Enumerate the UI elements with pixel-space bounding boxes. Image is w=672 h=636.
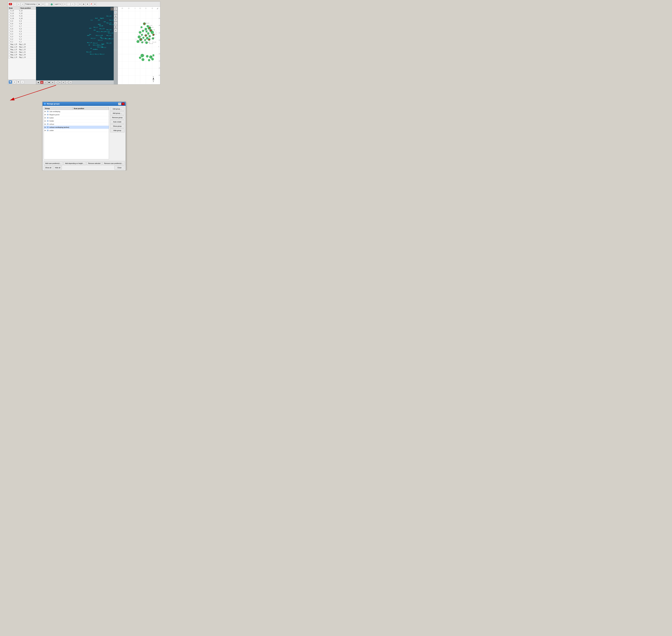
scan-row[interactable]: Bgg_1_23 Bgg_1_23 [8, 46, 36, 48]
panel-btn-chat[interactable]: 💬 [8, 80, 12, 84]
add-depending-height-button[interactable]: Add depending on height ... [63, 161, 86, 165]
scan-row[interactable]: V_5 V_5 [8, 30, 36, 33]
scan-row[interactable]: V_3 V_3 [8, 35, 36, 38]
scan-row[interactable]: V_2 V_2 [8, 38, 36, 41]
hide-group-button[interactable]: Hide group [110, 128, 124, 132]
toolbar-btn-pin[interactable]: 📌 [90, 3, 93, 6]
hide-all-button[interactable]: Hide all [54, 166, 62, 170]
scan-checkbox[interactable] [8, 57, 10, 58]
scan-checkbox[interactable] [8, 25, 10, 27]
scan-row[interactable]: V_9 V_9 [8, 20, 36, 22]
vb-btn-wave[interactable]: ≈ [55, 81, 58, 84]
toolbar-btn-new[interactable]: □ [13, 3, 17, 6]
panel-btn-settings[interactable]: ⚙ [17, 80, 20, 84]
group-row[interactable]: ▶ schuur verdieping (active) [44, 126, 109, 129]
vb-btn-square[interactable]: ■ [40, 81, 43, 84]
close-dialog-button[interactable]: Close [114, 166, 124, 170]
vs-btn-list[interactable]: ≡ [114, 7, 117, 11]
scan-checkbox[interactable] [8, 38, 10, 40]
scan-row[interactable]: V_13 V_13 [8, 9, 36, 12]
scan-row[interactable]: Bgg_1_21 Bgg_1_21 [8, 51, 36, 54]
scan-checkbox[interactable] [8, 20, 10, 22]
remove-scan-position-button[interactable]: Remove scan position(s) ... [102, 161, 125, 165]
vb-btn-circle[interactable]: ⊙ [58, 81, 61, 84]
dialog-help-button[interactable]: ? [118, 103, 121, 105]
group-visibility-icon[interactable] [46, 120, 49, 122]
toolbar-btn-back[interactable]: ◁ [21, 3, 24, 6]
remove-selected-button[interactable]: Remove selected [87, 161, 102, 165]
vb-btn-polygon[interactable]: ⬟ [47, 81, 51, 84]
group-visibility-icon[interactable] [46, 110, 49, 113]
group-visibility-icon[interactable] [46, 114, 49, 116]
scan-row[interactable]: V_4 V_4 [8, 33, 36, 35]
toolbar-btn-open[interactable]: ▭ [17, 3, 20, 6]
scan-row[interactable]: Bgg_1_19 Bgg_1_19 [8, 56, 36, 59]
group-expand-icon[interactable]: ▶ [44, 123, 46, 125]
scan-checkbox[interactable] [8, 49, 10, 51]
scan-checkbox[interactable] [8, 41, 10, 43]
toolbar-btn-globe[interactable]: ⬤ [50, 3, 53, 6]
viewport-btn-expand[interactable]: ⤢ [111, 7, 114, 11]
vs-btn-edit[interactable]: ✏ [114, 29, 117, 32]
group-visibility-icon[interactable] [46, 117, 49, 119]
group-row[interactable]: ▶ schuur [44, 122, 109, 126]
scan-row[interactable]: V_6 V_6 [8, 27, 36, 30]
toolbar-btn-play[interactable]: ▶ [38, 3, 41, 6]
scan-checkbox[interactable] [8, 36, 10, 38]
vs-btn-zoom-in[interactable]: ⊕ [114, 15, 117, 18]
group-row[interactable]: ▶ zolder [44, 129, 109, 132]
show-group-button[interactable]: Show group [110, 124, 124, 128]
scan-row[interactable]: Bgg_1_25 Bgg_1_25 [8, 43, 36, 46]
group-expand-icon[interactable]: ▶ [44, 120, 46, 122]
scan-row[interactable]: V_12 V_12 [8, 12, 36, 15]
scan-row[interactable]: V_7 V_7 [8, 25, 36, 27]
toolbar-btn-rect2[interactable]: ▤ [82, 3, 85, 6]
scan-checkbox[interactable] [8, 46, 10, 48]
add-scan-position-button[interactable]: Add scan position(s) ... [44, 161, 63, 165]
remove-group-button[interactable]: Remove group [110, 116, 124, 119]
scan-row[interactable]: V_11 V_11 [8, 15, 36, 17]
map-export-button[interactable]: ⤢ [157, 7, 159, 10]
toolbar-btn-pause[interactable]: ⏸ [41, 3, 44, 6]
group-visibility-icon[interactable] [46, 123, 49, 125]
group-expand-icon[interactable]: ▶ [44, 130, 46, 131]
group-expand-icon[interactable]: ▶ [44, 117, 46, 119]
scan-row[interactable]: V_1 V_1 [8, 41, 36, 43]
toolbar-layer-dropdown[interactable]: Layer 0 ▾ [54, 3, 61, 6]
add-group-button[interactable]: Add group ... [110, 111, 124, 115]
show-all-button[interactable]: Show all [44, 166, 53, 170]
group-visibility-icon[interactable] [46, 129, 49, 132]
toolbar-btn-copy[interactable]: ⊞ [86, 3, 89, 6]
group-visibility-icon[interactable] [46, 126, 49, 128]
toolbar-btn-dots[interactable]: ⋯ [45, 3, 48, 6]
dialog-close-button[interactable]: ✕ [121, 103, 124, 105]
scan-checkbox[interactable] [8, 10, 10, 12]
vb-btn-arrow[interactable]: ↗ [65, 81, 69, 84]
panel-btn-list[interactable]: ≡ [13, 80, 16, 84]
scan-checkbox[interactable] [8, 33, 10, 35]
edit-group-button[interactable]: Edit group ... [110, 107, 124, 111]
toolbar-btn-arc[interactable]: ◝ [67, 3, 70, 6]
group-expand-icon[interactable]: ▶ [44, 111, 46, 112]
scan-row[interactable]: V_8 V_8 [8, 22, 36, 25]
toolbar-btn-grid[interactable]: ⊞ [93, 3, 96, 6]
vb-btn-select[interactable]: ▣ [37, 81, 40, 84]
scan-checkbox[interactable] [8, 18, 10, 19]
group-row[interactable]: ▶ 1ste verdieping [44, 110, 109, 113]
auto-create-button[interactable]: Auto create [110, 120, 124, 124]
group-row[interactable]: ▶ Kelder [44, 119, 109, 122]
main-viewport[interactable]: Bui_1_16A_1Auu2A19Bgg221Bui_1_17A18Bui_1… [36, 7, 118, 84]
scan-checkbox[interactable] [8, 23, 10, 24]
vs-btn-grid[interactable]: ⊞ [114, 25, 117, 28]
scan-checkbox[interactable] [8, 15, 10, 17]
vs-btn-filter[interactable]: ▽ [114, 22, 117, 25]
scan-checkbox[interactable] [8, 51, 10, 53]
vb-btn-no[interactable]: ⊘ [62, 81, 65, 84]
scan-row[interactable]: Bgg_1_22 Bgg_1_22 [8, 48, 36, 51]
scan-checkbox[interactable] [8, 13, 10, 14]
vs-btn-search[interactable]: 🔍 [114, 11, 117, 14]
scan-row[interactable]: V_10 V_10 [8, 17, 36, 20]
scan-checkbox[interactable] [8, 43, 10, 45]
toolbar-btn-box[interactable]: ⊡ [78, 3, 81, 6]
toolbar-btn-pen[interactable]: ✒ [63, 3, 66, 6]
